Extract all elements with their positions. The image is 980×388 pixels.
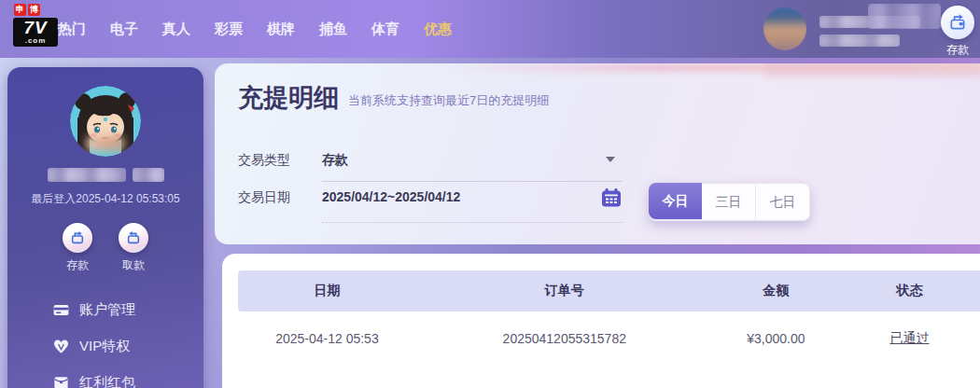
date-range-input[interactable]: 2025/04/12~2025/04/12 xyxy=(322,188,623,223)
transaction-type-label: 交易类型 xyxy=(238,151,322,169)
page-title: 充提明细 xyxy=(238,84,339,112)
blurred-profile-name xyxy=(7,168,203,182)
blurred-strip xyxy=(765,63,980,76)
nav-item-cards[interactable]: 棋牌 xyxy=(267,21,295,38)
header-deposit-label: 存款 xyxy=(937,42,978,58)
sidebar-withdraw-button[interactable]: 取款 xyxy=(119,223,148,273)
sidebar-withdraw-label: 取款 xyxy=(119,257,148,273)
sidebar-item-account[interactable]: 账户管理 xyxy=(52,299,203,320)
vip-heart-icon xyxy=(52,338,70,355)
range-button-7days[interactable]: 七日 xyxy=(756,183,810,221)
page: 申 博 7V .com 热门 电子 真人 彩票 棋牌 捕鱼 体育 优惠 xyxy=(0,0,980,388)
top-navbar: 申 博 7V .com 热门 电子 真人 彩票 棋牌 捕鱼 体育 优惠 xyxy=(0,0,980,58)
nav-item-live[interactable]: 真人 xyxy=(162,21,190,38)
logo-chips: 申 博 xyxy=(14,4,60,16)
sidebar-deposit-label: 存款 xyxy=(63,257,92,273)
wallet-icon xyxy=(941,6,974,39)
row-amount: ¥3,000.00 xyxy=(713,331,839,346)
status-link[interactable]: 已通过 xyxy=(889,330,929,345)
blurred-avatar-area xyxy=(87,136,124,151)
sidebar-item-label: VIP特权 xyxy=(79,338,130,355)
blurred-balance xyxy=(819,35,900,47)
bank-card-icon xyxy=(52,301,70,319)
date-range-value: 2025/04/12~2025/04/12 xyxy=(322,189,460,204)
header-amount: 金额 xyxy=(713,283,839,299)
sidebar-deposit-button[interactable]: 存款 xyxy=(63,223,92,273)
blurred-vip-badge xyxy=(868,4,941,29)
header-order-number: 订单号 xyxy=(416,283,713,299)
row-order-number: 20250412055315782 xyxy=(416,331,713,346)
last-login: 最后登入2025-04-12 05:53:05 xyxy=(7,191,203,207)
logo-chip-1: 申 xyxy=(14,4,26,16)
header-deposit-button[interactable]: 存款 xyxy=(937,6,978,58)
sidebar: 最后登入2025-04-12 05:53:05 存款 xyxy=(7,67,203,388)
red-packet-icon xyxy=(52,374,70,388)
transaction-type-select[interactable]: 存款 xyxy=(322,151,623,182)
title-row: 充提明细 当前系统支持查询最近7日的充提明细 xyxy=(238,84,549,112)
range-button-3days[interactable]: 三日 xyxy=(702,183,756,221)
sidebar-quick-actions: 存款 取款 xyxy=(7,223,203,273)
table-header: 日期 订单号 金额 状态 xyxy=(238,270,980,312)
transaction-type-row: 交易类型 存款 xyxy=(238,151,623,182)
logo-text: 7V xyxy=(16,19,55,36)
nav-item-lottery[interactable]: 彩票 xyxy=(215,21,243,38)
nav-item-sports[interactable]: 体育 xyxy=(371,21,399,38)
user-avatar[interactable] xyxy=(763,7,806,50)
sidebar-item-label: 红利红包 xyxy=(79,374,135,388)
logo-box: 7V .com xyxy=(13,18,58,47)
withdraw-wallet-icon xyxy=(119,223,148,253)
nav-item-fishing[interactable]: 捕鱼 xyxy=(319,21,347,38)
nav-item-slots[interactable]: 电子 xyxy=(110,21,138,38)
transaction-type-value: 存款 xyxy=(322,152,348,167)
logo-chip-2: 博 xyxy=(28,4,40,16)
sidebar-item-label: 账户管理 xyxy=(79,301,135,319)
row-date: 2025-04-12 05:53 xyxy=(238,331,416,346)
results-panel: 日期 订单号 金额 状态 2025-04-12 05:53 2025041205… xyxy=(222,254,980,388)
calendar-icon[interactable] xyxy=(600,187,623,209)
main-nav: 热门 电子 真人 彩票 棋牌 捕鱼 体育 优惠 xyxy=(58,0,452,58)
header-status: 状态 xyxy=(839,283,980,299)
page-subtitle: 当前系统支持查询最近7日的充提明细 xyxy=(348,92,549,112)
table-row: 2025-04-12 05:53 20250412055315782 ¥3,00… xyxy=(238,312,980,366)
sidebar-item-vip[interactable]: VIP特权 xyxy=(52,336,203,356)
transaction-date-row: 交易日期 2025/04/12~2025/04/12 xyxy=(238,188,623,223)
nav-item-promo[interactable]: 优惠 xyxy=(424,21,452,38)
profile-avatar[interactable] xyxy=(70,86,141,157)
transaction-date-label: 交易日期 xyxy=(238,188,322,206)
deposit-wallet-icon xyxy=(63,223,92,253)
logo-domain: .com xyxy=(16,36,55,45)
sidebar-item-bonus[interactable]: 红利红包 xyxy=(52,372,203,388)
chevron-down-icon xyxy=(606,157,615,162)
filter-panel: 充提明细 当前系统支持查询最近7日的充提明细 交易类型 存款 交易日期 2025… xyxy=(215,63,980,244)
nav-item-hot[interactable]: 热门 xyxy=(58,21,86,38)
site-logo[interactable]: 申 博 7V .com xyxy=(13,4,60,47)
date-range-buttons: 今日 三日 七日 xyxy=(649,183,810,221)
sidebar-menu: 账户管理 VIP特权 红利红包 xyxy=(7,299,203,388)
header-date: 日期 xyxy=(238,283,416,299)
range-button-today[interactable]: 今日 xyxy=(649,183,702,219)
